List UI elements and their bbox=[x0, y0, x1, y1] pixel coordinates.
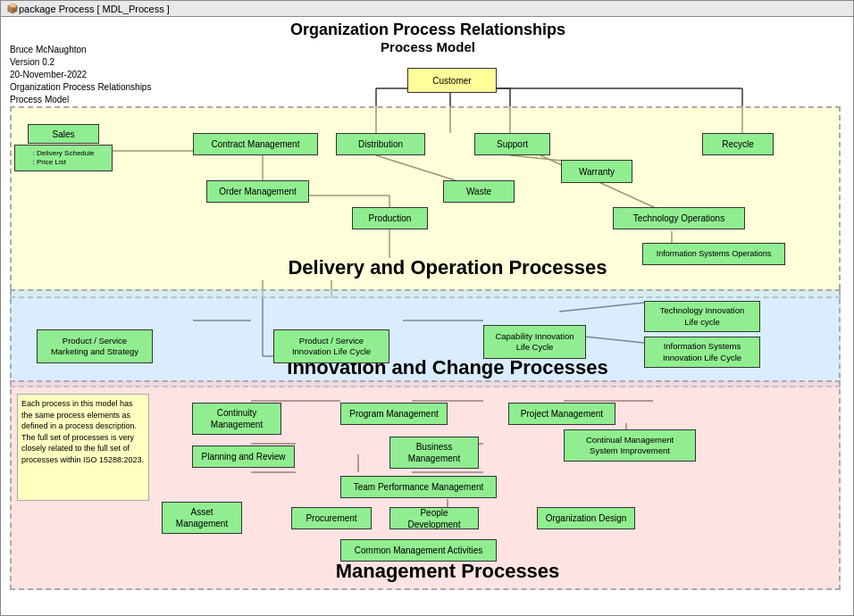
info-box: Bruce McNaughton Version 0.2 20-November… bbox=[10, 44, 151, 106]
procurement-node: Procurement bbox=[291, 507, 372, 529]
info-date: 20-November-2022 bbox=[10, 69, 151, 81]
diagram-area: Organization Process Relationships Proce… bbox=[1, 17, 854, 597]
support-node: Support bbox=[474, 133, 550, 155]
continuity-management-node: Continuity Management bbox=[192, 403, 281, 435]
main-container: 📦 package Process [ MDL_Process ] Organi… bbox=[0, 0, 854, 616]
sales-node: Sales bbox=[28, 124, 99, 144]
production-node: Production bbox=[352, 207, 428, 229]
top-bar: 📦 package Process [ MDL_Process ] bbox=[1, 1, 853, 17]
info-desc2: Process Model bbox=[10, 94, 151, 106]
top-bar-label: package Process [ MDL_Process ] bbox=[19, 4, 170, 14]
people-development-node: People Development bbox=[389, 507, 479, 529]
common-activities-node: Common Management Activities bbox=[340, 539, 497, 562]
title-line1: Organization Process Relationships bbox=[1, 21, 854, 39]
technology-operations-node: Technology Operations bbox=[613, 207, 745, 229]
info-desc1: Organization Process Relationships bbox=[10, 81, 151, 94]
technology-innovation-node: Technology Innovation Life cycle bbox=[644, 301, 760, 332]
product-service-innovation-node: Product / Service Innovation Life Cycle bbox=[273, 329, 389, 363]
warranty-node: Warranty bbox=[561, 160, 632, 183]
order-management-node: Order Management bbox=[206, 180, 309, 203]
project-management-node: Project Management bbox=[508, 403, 615, 425]
info-systems-innovation-node: Information Systems Innovation Life Cycl… bbox=[644, 337, 760, 368]
info-systems-operations-node: Information Systems Operations bbox=[642, 243, 785, 265]
package-icon: 📦 bbox=[6, 3, 19, 14]
customer-node: Customer bbox=[407, 68, 497, 93]
continual-management-node: Continual Management System Improvement bbox=[564, 429, 696, 462]
note-box: Each process in this model has the same … bbox=[17, 394, 149, 501]
waste-node: Waste bbox=[443, 180, 515, 203]
team-performance-node: Team Performance Management bbox=[340, 476, 497, 498]
organization-design-node: Organization Design bbox=[537, 507, 635, 529]
recycle-node: Recycle bbox=[702, 133, 774, 155]
planning-review-node: Planning and Review bbox=[192, 445, 295, 468]
contract-management-node: Contract Management bbox=[193, 133, 318, 155]
program-management-node: Program Management bbox=[340, 403, 448, 425]
product-service-marketing-node: Product / Service Marketing and Strategy bbox=[37, 329, 153, 363]
capability-innovation-node: Capability Innovation Life Cycle bbox=[483, 325, 586, 359]
asset-management-node: Asset Management bbox=[162, 502, 242, 534]
info-author: Bruce McNaughton bbox=[10, 44, 151, 56]
distribution-node: Distribution bbox=[336, 133, 425, 155]
business-management-node: Business Management bbox=[389, 437, 479, 469]
info-version: Version 0.2 bbox=[10, 56, 151, 69]
delivery-label: Delivery and Operation Processes bbox=[224, 256, 671, 279]
sales-items-node: : Delivery Schedule : Price List bbox=[14, 145, 113, 171]
management-label: Management Processes bbox=[224, 560, 671, 583]
